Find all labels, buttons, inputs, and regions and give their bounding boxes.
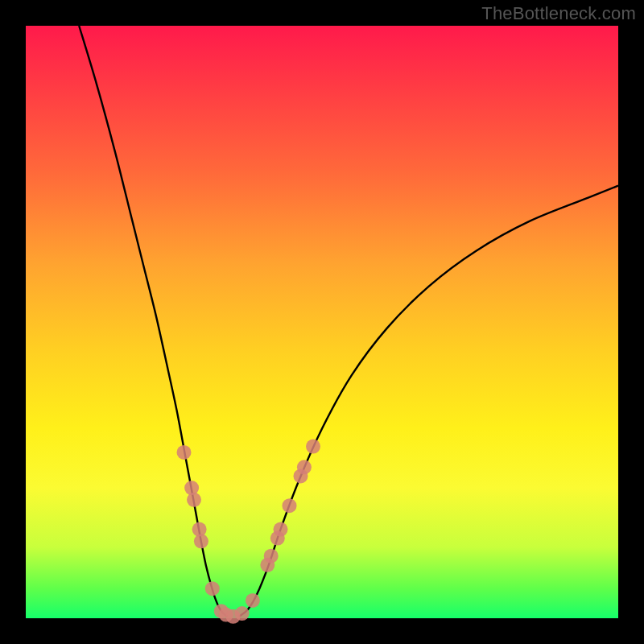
data-dot	[274, 522, 288, 537]
data-dot	[187, 493, 201, 507]
data-dot	[246, 593, 260, 608]
data-dot	[205, 581, 220, 596]
data-dot	[194, 534, 208, 548]
chart-svg	[0, 0, 644, 644]
data-dot	[235, 606, 250, 621]
data-dot	[306, 440, 320, 454]
data-dot	[264, 549, 279, 564]
chart-frame: TheBottleneck.com	[0, 0, 644, 644]
right-curve	[239, 186, 618, 617]
curve-layer	[79, 26, 618, 617]
data-dot	[177, 445, 192, 460]
data-dot	[283, 498, 297, 513]
data-dot	[297, 460, 312, 474]
dot-layer	[177, 440, 321, 624]
